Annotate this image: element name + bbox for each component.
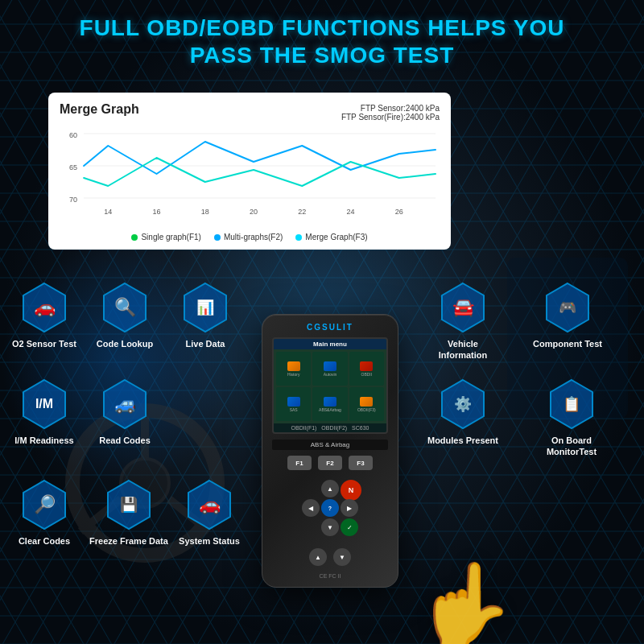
screen-icon-3 — [360, 361, 373, 371]
screen-cell-1: History — [276, 352, 311, 386]
merge-graph-container: Merge Graph FTP Sensor:2400 kPa FTP Sens… — [48, 93, 451, 250]
read-codes-label: Read Codes — [99, 435, 151, 446]
on-board-monitor-label: On Board MonitorTest — [531, 435, 612, 458]
hand-overlay: 👆 — [370, 483, 515, 644]
legend-dot-merge — [295, 234, 302, 241]
clear-codes-icon: 🔎 — [19, 479, 70, 530]
n-button[interactable]: N — [341, 480, 361, 501]
feature-code-lookup: 🔍 Code Lookup — [89, 282, 161, 349]
sensor1-label: FTP Sensor:2400 kPa — [361, 104, 440, 113]
svg-text:60: 60 — [69, 131, 77, 139]
header: FULL OBD/EOBD FUNCTIONS HELPS YOU PASS T… — [0, 0, 644, 78]
screen-grid: History Autovin OBDII SAS ABS&Airbag — [274, 349, 386, 423]
legend-merge: Merge Graph(F3) — [295, 233, 367, 242]
vehicle-info-icon: 🚘 — [437, 282, 489, 333]
feature-on-board-monitor: 📋 On Board MonitorTest — [531, 378, 612, 458]
legend-label-single: Single graph(F1) — [141, 233, 200, 242]
svg-text:20: 20 — [250, 208, 258, 216]
scanner-screen: Main menu History Autovin OBDII SAS — [272, 337, 388, 434]
legend-label-merge: Merge Graph(F3) — [305, 233, 367, 242]
legend-label-multi: Multi-graphs(F2) — [224, 233, 283, 242]
o2-sensor-label: O2 Sensor Test — [12, 338, 76, 349]
code-lookup-icon: 🔍 — [99, 282, 151, 333]
dpad-down[interactable]: ▼ — [321, 518, 339, 536]
feature-im-readiness: I/M I/M Readiness — [8, 378, 80, 446]
read-codes-icon: 🚙 — [99, 378, 151, 430]
dpad-up[interactable]: ▲ — [321, 480, 339, 497]
svg-text:65: 65 — [69, 163, 77, 171]
code-lookup-label: Code Lookup — [97, 338, 153, 349]
screen-model: SC630 — [352, 425, 369, 431]
screen-icon-2 — [324, 361, 336, 371]
scanner-brand: CGSULIT — [307, 323, 353, 332]
dpad-right[interactable]: ▶ — [341, 499, 358, 517]
component-test-icon: 🎮 — [542, 282, 593, 333]
clear-codes-label: Clear Codes — [19, 535, 70, 547]
modules-present-icon: ⚙️ — [437, 378, 489, 430]
abs-airbag-label: ABS & Airbag — [272, 440, 388, 450]
graph-sensor-info: FTP Sensor:2400 kPa FTP Sensor(Fire):240… — [341, 104, 440, 122]
screen-icon-1 — [287, 361, 300, 371]
im-readiness-icon: I/M — [19, 378, 70, 430]
header-title: FULL OBD/EOBD FUNCTIONS HELPS YOU PASS T… — [16, 14, 628, 68]
system-status-label: System Status — [179, 535, 240, 547]
screen-cell-2: Autovin — [312, 352, 347, 386]
legend-single: Single graph(F1) — [131, 233, 200, 242]
svg-text:14: 14 — [104, 208, 112, 216]
dpad-left[interactable]: ◀ — [302, 499, 320, 517]
o2-sensor-icon: 🚗 — [19, 282, 70, 333]
svg-text:18: 18 — [201, 208, 209, 216]
screen-icon-6 — [360, 397, 373, 407]
modules-present-label: Modules Present — [427, 435, 498, 446]
ok-button[interactable]: ? — [321, 499, 339, 517]
sensor2-label: FTP Sensor(Fire):2400 kPa — [341, 113, 440, 122]
graph-legend: Single graph(F1) Multi-graphs(F2) Merge … — [60, 233, 440, 242]
feature-o2-sensor: 🚗 O2 Sensor Test — [8, 282, 80, 349]
down-button[interactable]: ▼ — [333, 548, 351, 566]
on-board-monitor-icon: 📋 — [546, 378, 597, 430]
header-line1: FULL OBD/EOBD FUNCTIONS HELPS YOU — [16, 14, 628, 42]
screen-cell-3: OBDII — [349, 352, 384, 386]
screen-cell-4: SAS — [276, 387, 311, 421]
feature-modules-present: ⚙️ Modules Present — [427, 378, 499, 446]
freeze-frame-icon: 💾 — [103, 479, 155, 530]
im-readiness-label: I/M Readiness — [14, 435, 73, 446]
svg-text:16: 16 — [152, 208, 160, 216]
component-test-label: Component Test — [533, 338, 602, 349]
dpad: ▲ N ◀ ? ▶ ▼ ✓ — [302, 480, 358, 536]
feature-read-codes: 🚙 Read Codes — [89, 378, 161, 446]
legend-dot-single — [131, 234, 138, 241]
system-status-icon: 🚗 — [184, 479, 235, 530]
graph-svg: 60 65 70 14 16 18 20 22 24 26 — [60, 122, 440, 226]
screen-icon-4 — [287, 397, 300, 407]
freeze-frame-label: Freeze Frame Data — [89, 535, 168, 547]
f2-button[interactable]: F2 — [318, 456, 342, 470]
f3-button[interactable]: F3 — [349, 456, 373, 470]
header-line2: PASS THE SMOG TEST — [16, 42, 628, 69]
up-button[interactable]: ▲ — [309, 548, 327, 566]
svg-text:70: 70 — [69, 196, 77, 204]
live-data-icon: 📊 — [180, 282, 231, 333]
svg-text:22: 22 — [298, 208, 306, 216]
feature-freeze-frame: 💾 Freeze Frame Data — [89, 479, 169, 547]
legend-dot-multi — [214, 234, 221, 241]
screen-bottom-row: OBDII(F1) OBDII(F2) SC630 — [274, 423, 386, 432]
svg-text:24: 24 — [347, 208, 355, 216]
svg-text:26: 26 — [395, 208, 403, 216]
feature-vehicle-info: 🚘 Vehicle Information — [427, 282, 499, 361]
f1-button[interactable]: F1 — [287, 456, 312, 470]
feature-clear-codes: 🔎 Clear Codes — [8, 479, 80, 547]
f-buttons-row: F1 F2 F3 — [269, 456, 391, 470]
vehicle-info-label: Vehicle Information — [427, 338, 499, 361]
feature-system-status: 🚗 System Status — [173, 479, 246, 547]
legend-multi: Multi-graphs(F2) — [214, 233, 283, 242]
ce-label: CE FC II — [320, 573, 341, 579]
feature-live-data: 📊 Live Data — [169, 282, 242, 349]
screen-header: Main menu — [274, 339, 386, 349]
ok2-button[interactable]: ✓ — [341, 518, 358, 536]
screen-cell-6: OBDII(F3) — [349, 387, 384, 421]
screen-cell-5: ABS&Airbag — [312, 387, 347, 421]
live-data-label: Live Data — [186, 338, 225, 349]
feature-component-test: 🎮 Component Test — [531, 282, 604, 349]
screen-icon-5 — [324, 397, 336, 407]
